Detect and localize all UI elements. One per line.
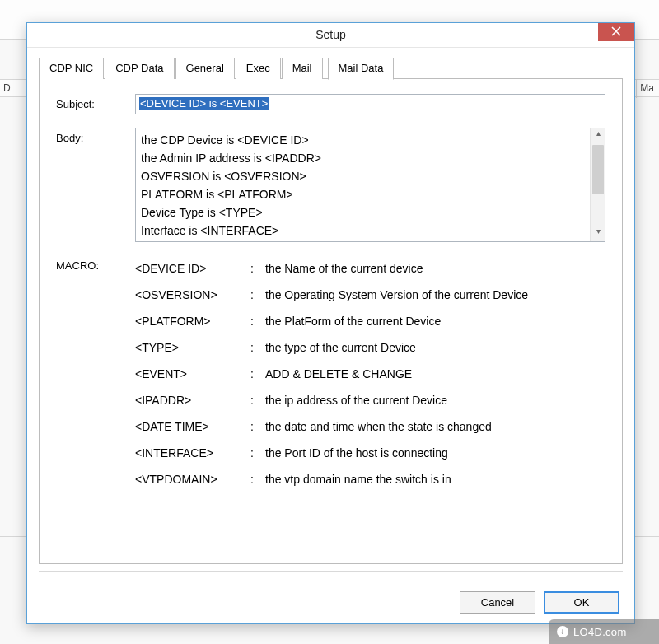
macro-key: <VTPDOMAIN> [135, 466, 250, 492]
macro-colon: : [250, 334, 265, 361]
macro-desc: the Name of the current device [265, 255, 605, 282]
macro-colon: : [250, 282, 265, 308]
macro-item: <DEVICE ID> : the Name of the current de… [135, 255, 605, 282]
setup-dialog: Setup CDP NIC CDP Data General Exec Mail… [26, 22, 635, 624]
dialog-titlebar[interactable]: Setup [27, 23, 634, 48]
scroll-thumb[interactable] [592, 145, 604, 194]
tab-panel-mail-data: Subject: <DEVICE ID> is <EVENT> Body: th… [39, 78, 623, 564]
watermark-icon: ↓ [557, 626, 568, 637]
macro-item: <VTPDOMAIN> : the vtp domain name the sw… [135, 466, 605, 492]
main-header-left[interactable]: D [0, 80, 16, 98]
body-text: the CDP Device is <DEVICE ID> the Admin … [141, 131, 588, 239]
macro-row: MACRO: <DEVICE ID> : the Name of the cur… [56, 255, 605, 492]
macro-colon: : [250, 255, 265, 282]
macro-item: <EVENT> : ADD & DELETE & CHANGE [135, 361, 605, 387]
macro-colon: : [250, 413, 265, 440]
tab-general[interactable]: General [175, 58, 235, 79]
macro-key: <IPADDR> [135, 387, 250, 413]
cancel-button[interactable]: Cancel [460, 591, 535, 614]
macro-colon: : [250, 361, 265, 387]
body-row: Body: the CDP Device is <DEVICE ID> the … [56, 128, 605, 242]
macro-table: <DEVICE ID> : the Name of the current de… [135, 255, 605, 492]
close-button[interactable] [598, 23, 634, 41]
dialog-body: CDP NIC CDP Data General Exec Mail Mail … [27, 48, 634, 591]
macro-item: <PLATFORM> : the PlatForm of the current… [135, 308, 605, 334]
macro-colon: : [250, 387, 265, 413]
macro-colon: : [250, 466, 265, 492]
macro-key: <OSVERSION> [135, 282, 250, 308]
tabstrip: CDP NIC CDP Data General Exec Mail Mail … [39, 58, 623, 79]
macro-label: MACRO: [56, 255, 135, 272]
macro-desc: the vtp domain name the switch is in [265, 466, 605, 492]
macro-item: <DATE TIME> : the date and time when the… [135, 413, 605, 440]
macro-desc: the Operating System Version of the curr… [265, 282, 605, 308]
macro-desc: ADD & DELETE & CHANGE [265, 361, 605, 387]
macro-colon: : [250, 308, 265, 334]
dialog-title: Setup [315, 23, 346, 41]
watermark: ↓ LO4D.com [549, 619, 659, 644]
tab-mail[interactable]: Mail [282, 58, 323, 79]
macro-item: <TYPE> : the type of the current Device [135, 334, 605, 361]
body-scrollbar[interactable]: ▴ ▾ [590, 128, 605, 241]
main-header-right[interactable]: Ma [636, 80, 659, 98]
macro-key: <INTERFACE> [135, 440, 250, 466]
macro-desc: the PlatForm of the current Device [265, 308, 605, 334]
macro-desc: the date and time when the state is chan… [265, 413, 605, 440]
macro-item: <OSVERSION> : the Operating System Versi… [135, 282, 605, 308]
macro-desc: the Port ID of the host is connecting [265, 440, 605, 466]
tab-mail-data[interactable]: Mail Data [328, 58, 395, 80]
body-textarea[interactable]: the CDP Device is <DEVICE ID> the Admin … [135, 128, 605, 242]
dialog-footer: Cancel OK [460, 591, 619, 614]
scroll-up-arrow-icon[interactable]: ▴ [591, 128, 605, 143]
subject-row: Subject: <DEVICE ID> is <EVENT> [56, 94, 605, 114]
macro-key: <DATE TIME> [135, 413, 250, 440]
subject-label: Subject: [56, 94, 135, 110]
dialog-separator [39, 571, 623, 572]
macro-key: <DEVICE ID> [135, 255, 250, 282]
macro-key: <EVENT> [135, 361, 250, 387]
body-label: Body: [56, 128, 135, 144]
macro-colon: : [250, 440, 265, 466]
macro-desc: the type of the current Device [265, 334, 605, 361]
subject-input[interactable]: <DEVICE ID> is <EVENT> [135, 94, 605, 114]
macro-item: <INTERFACE> : the Port ID of the host is… [135, 440, 605, 466]
macro-desc: the ip address of the current Device [265, 387, 605, 413]
ok-button[interactable]: OK [544, 591, 619, 614]
macro-key: <PLATFORM> [135, 308, 250, 334]
subject-selected-text: <DEVICE ID> is <EVENT> [139, 97, 269, 110]
tab-cdp-data[interactable]: CDP Data [105, 58, 174, 79]
macro-item: <IPADDR> : the ip address of the current… [135, 387, 605, 413]
close-icon [611, 26, 621, 36]
macro-key: <TYPE> [135, 334, 250, 361]
tab-exec[interactable]: Exec [236, 58, 281, 79]
watermark-text: LO4D.com [573, 626, 627, 638]
scroll-down-arrow-icon[interactable]: ▾ [591, 226, 605, 241]
tab-cdp-nic[interactable]: CDP NIC [39, 58, 104, 79]
